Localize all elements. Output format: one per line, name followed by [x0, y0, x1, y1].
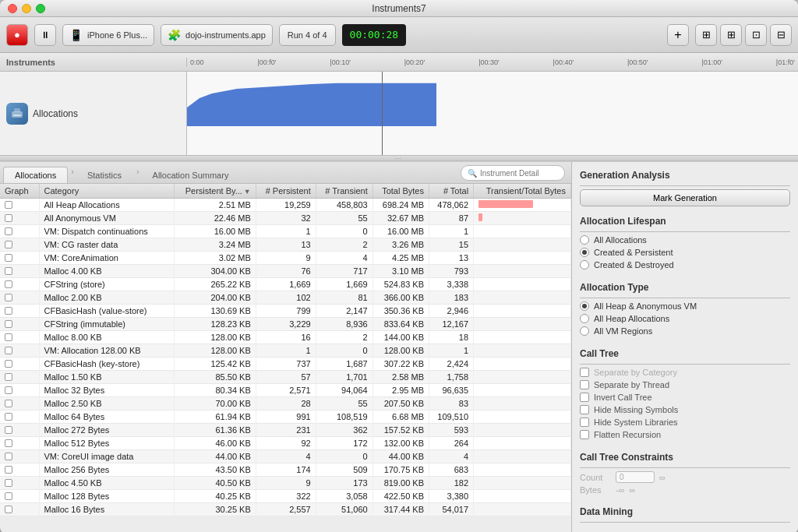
row-checkbox[interactable]: [5, 241, 12, 248]
row-checkbox[interactable]: [5, 386, 12, 394]
col-header-num-total[interactable]: # Total: [429, 184, 474, 199]
table-row[interactable]: Malloc 4.00 KB 304.00 KB 76 717 3.10 MB …: [0, 265, 571, 278]
lifespan-persistent[interactable]: Created & Persistent: [580, 248, 790, 257]
col-header-num-transient[interactable]: # Transient: [316, 184, 373, 199]
cell-category: Malloc 256 Bytes: [39, 463, 174, 477]
col-header-num-persistent[interactable]: # Persistent: [256, 184, 316, 199]
tab-allocation-summary[interactable]: Allocation Summary: [141, 167, 241, 183]
row-checkbox[interactable]: [5, 453, 12, 460]
table-row[interactable]: CFBasicHash (value-store) 130.69 KB 799 …: [0, 305, 571, 318]
table-row[interactable]: Malloc 64 Bytes 61.94 KB 991 108,519 6.6…: [0, 410, 571, 424]
table-row[interactable]: Malloc 272 Bytes 61.36 KB 231 362 157.52…: [0, 424, 571, 437]
table-row[interactable]: Malloc 32 Bytes 80.34 KB 2,571 94,064 2.…: [0, 384, 571, 397]
search-box[interactable]: 🔍: [461, 165, 565, 181]
cell-total: 683: [429, 463, 474, 477]
table-row[interactable]: Malloc 1.50 KB 85.50 KB 57 1,701 2.58 MB…: [0, 371, 571, 384]
type-heap-alloc[interactable]: All Heap Allocations: [580, 314, 790, 323]
table-row[interactable]: Malloc 16 Bytes 30.25 KB 2,557 51,060 31…: [0, 503, 571, 516]
view-btn-3[interactable]: ⊡: [745, 24, 767, 46]
cell-bar: [474, 437, 571, 450]
table-row[interactable]: VM: CoreAnimation 3.02 MB 9 4 4.25 MB 13: [0, 252, 571, 265]
type-heap-anon[interactable]: All Heap & Anonymous VM: [580, 301, 790, 311]
row-checkbox[interactable]: [5, 227, 12, 235]
row-checkbox[interactable]: [5, 439, 12, 447]
cb-flatten[interactable]: Flatten Recursion: [580, 430, 790, 439]
view-btn-4[interactable]: ⊟: [770, 24, 792, 46]
row-checkbox[interactable]: [5, 320, 12, 328]
table-row[interactable]: Malloc 256 Bytes 43.50 KB 174 509 170.75…: [0, 463, 571, 477]
mark-generation-button[interactable]: Mark Generation: [580, 189, 790, 206]
pause-button[interactable]: ⏸: [34, 24, 56, 46]
table-row[interactable]: VM: Dispatch continuations 16.00 MB 1 0 …: [0, 225, 571, 238]
row-checkbox[interactable]: [5, 360, 12, 368]
row-checkbox[interactable]: [5, 254, 12, 262]
track-graph-area[interactable]: [187, 72, 798, 155]
minimize-button[interactable]: [22, 4, 31, 13]
row-checkbox[interactable]: [5, 333, 12, 341]
table-row[interactable]: CFString (store) 265.22 KB 1,669 1,669 5…: [0, 278, 571, 291]
search-input[interactable]: [480, 169, 558, 178]
table-row[interactable]: CFString (immutable) 128.23 KB 3,229 8,9…: [0, 318, 571, 331]
row-checkbox[interactable]: [5, 307, 12, 315]
table-row[interactable]: VM: CoreUI image data 44.00 KB 4 0 44.00…: [0, 450, 571, 463]
lifespan-all[interactable]: All Allocations: [580, 235, 790, 245]
app-selector[interactable]: 🧩 dojo-instruments.app: [161, 24, 273, 46]
table-row[interactable]: VM: CG raster data 3.24 MB 13 2 3.26 MB …: [0, 238, 571, 252]
col-header-persistent-by[interactable]: Persistent By...▼: [174, 184, 256, 199]
type-vm-regions[interactable]: All VM Regions: [580, 326, 790, 336]
row-checkbox[interactable]: [5, 280, 12, 288]
view-btn-2[interactable]: ⊞: [720, 24, 742, 46]
row-checkbox[interactable]: [5, 347, 12, 354]
tab-statistics[interactable]: Statistics: [76, 167, 133, 183]
table-row[interactable]: Malloc 512 Bytes 46.00 KB 92 172 132.00 …: [0, 437, 571, 450]
cb-hide-system[interactable]: Hide System Libraries: [580, 417, 790, 427]
cb-hide-missing[interactable]: Hide Missing Symbols: [580, 405, 790, 414]
row-checkbox[interactable]: [5, 294, 12, 301]
col-header-transient-total[interactable]: Transient/Total Bytes: [474, 184, 571, 199]
close-button[interactable]: [8, 4, 17, 13]
record-button[interactable]: ●: [6, 24, 28, 46]
add-button[interactable]: +: [667, 24, 689, 46]
row-checkbox[interactable]: [5, 214, 12, 222]
row-checkbox[interactable]: [5, 466, 12, 474]
row-checkbox[interactable]: [5, 479, 12, 487]
table-row[interactable]: Malloc 8.00 KB 128.00 KB 16 2 144.00 KB …: [0, 331, 571, 344]
lifespan-destroyed[interactable]: Created & Destroyed: [580, 260, 790, 270]
table-row[interactable]: Malloc 4.50 KB 40.50 KB 9 173 819.00 KB …: [0, 477, 571, 490]
cell-bar: [474, 331, 571, 344]
tab-allocations[interactable]: Allocations: [3, 167, 68, 183]
cell-persistent: 991: [256, 410, 316, 424]
cell-persistent-bytes: 30.25 KB: [174, 503, 256, 516]
row-checkbox[interactable]: [5, 373, 12, 381]
row-checkbox[interactable]: [5, 492, 12, 500]
table-row[interactable]: Malloc 128 Bytes 40.25 KB 322 3,058 422.…: [0, 490, 571, 503]
cb-separate-category[interactable]: Separate by Category: [580, 368, 790, 377]
table-row[interactable]: VM: Allocation 128.00 KB 128.00 KB 1 0 1…: [0, 344, 571, 358]
run-selector[interactable]: Run 4 of 4: [279, 24, 336, 46]
cell-persistent-bytes: 3.24 MB: [174, 238, 256, 252]
data-table[interactable]: Graph Category Persistent By...▼ # Persi…: [0, 184, 571, 532]
tab-bar: Allocations › Statistics › Allocation Su…: [0, 162, 571, 184]
cb-invert-calltree[interactable]: Invert Call Tree: [580, 393, 790, 402]
col-header-category[interactable]: Category: [39, 184, 174, 199]
row-checkbox[interactable]: [5, 426, 12, 434]
col-header-total-bytes[interactable]: Total Bytes: [373, 184, 429, 199]
device-selector[interactable]: 📱 iPhone 6 Plus...: [62, 24, 154, 46]
table-row[interactable]: All Anonymous VM 22.46 MB 32 55 32.67 MB…: [0, 212, 571, 225]
row-checkbox[interactable]: [5, 506, 12, 513]
table-row[interactable]: All Heap Allocations 2.51 MB 19,259 458,…: [0, 199, 571, 212]
maximize-button[interactable]: [36, 4, 45, 13]
table-row[interactable]: CFBasicHash (key-store) 125.42 KB 737 1,…: [0, 358, 571, 371]
timeline-resize-handle[interactable]: ⋯: [0, 155, 798, 161]
count-input[interactable]: [616, 471, 655, 483]
bytes-label: Bytes: [580, 485, 611, 495]
row-checkbox[interactable]: [5, 267, 12, 275]
row-checkbox[interactable]: [5, 201, 12, 209]
cb-separate-thread[interactable]: Separate by Thread: [580, 380, 790, 389]
allocations-icon: [6, 103, 28, 125]
table-row[interactable]: Malloc 2.00 KB 204.00 KB 102 81 366.00 K…: [0, 291, 571, 305]
row-checkbox[interactable]: [5, 413, 12, 421]
table-row[interactable]: Malloc 2.50 KB 70.00 KB 28 55 207.50 KB …: [0, 397, 571, 410]
view-btn-1[interactable]: ⊞: [695, 24, 717, 46]
row-checkbox[interactable]: [5, 400, 12, 407]
